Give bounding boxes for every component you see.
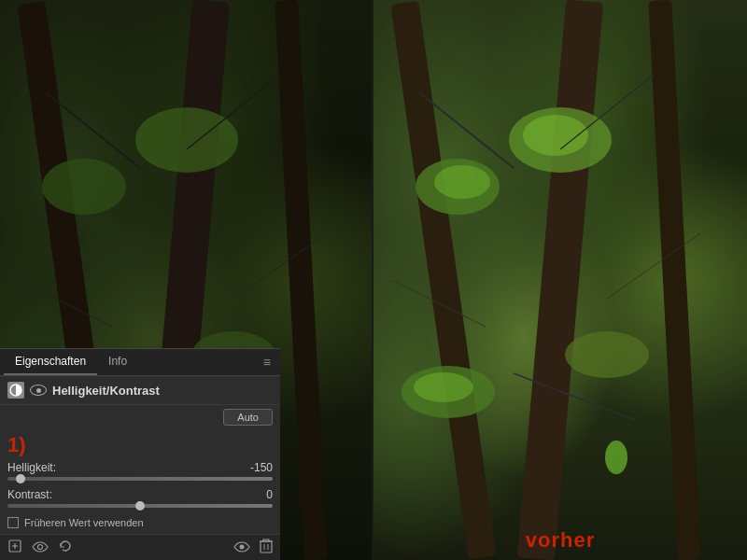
svg-point-18 — [240, 544, 245, 549]
tab-eigenschaften[interactable]: Eigenschaften — [4, 349, 97, 375]
tab-info[interactable]: Info — [97, 349, 138, 375]
earlier-value-checkbox[interactable] — [7, 517, 19, 528]
adjustment-layer-icon — [7, 382, 24, 399]
svg-point-17 — [38, 544, 43, 549]
adjustment-title: Helligkeit/Kontrast — [52, 384, 160, 398]
checkbox-label: Früheren Wert verwenden — [24, 517, 144, 528]
properties-panel: Eigenschaften Info ≡ Helligkeit/Kontrast… — [0, 348, 280, 560]
contrast-thumb[interactable] — [135, 501, 145, 511]
brightness-label: Helligkeit: — [7, 461, 56, 474]
panel-divider — [372, 0, 374, 560]
svg-rect-25 — [648, 0, 700, 560]
brightness-track[interactable] — [7, 477, 273, 481]
preview-icon[interactable] — [233, 540, 250, 555]
right-panel: vorher — [374, 0, 747, 560]
properties-tabs: Eigenschaften Info ≡ — [0, 349, 280, 376]
toolbar-icons-left — [7, 539, 73, 556]
delete-icon[interactable] — [260, 539, 273, 556]
auto-button-row: Auto — [0, 405, 280, 429]
contrast-row: Kontrast: 0 — [0, 486, 280, 513]
brightness-value: -150 — [250, 461, 273, 474]
reset-icon[interactable] — [58, 539, 73, 556]
svg-point-3 — [42, 159, 126, 215]
vorher-label: vorher — [526, 528, 595, 553]
brightness-row: Helligkeit: -150 — [0, 459, 280, 486]
svg-rect-2 — [275, 0, 327, 560]
svg-point-32 — [414, 372, 473, 402]
svg-rect-19 — [261, 541, 272, 553]
number-label: 1) — [0, 429, 280, 459]
add-layer-icon[interactable] — [7, 539, 22, 556]
main-container: Eigenschaften Info ≡ Helligkeit/Kontrast… — [0, 0, 747, 560]
bottom-toolbar — [0, 534, 280, 560]
left-panel: Eigenschaften Info ≡ Helligkeit/Kontrast… — [0, 0, 374, 560]
contrast-value: 0 — [266, 488, 273, 501]
auto-button[interactable]: Auto — [223, 409, 273, 426]
panel-menu-icon[interactable]: ≡ — [258, 351, 276, 373]
svg-point-29 — [565, 331, 649, 378]
svg-rect-23 — [390, 1, 496, 559]
visibility-icon[interactable] — [30, 385, 47, 396]
contrast-label: Kontrast: — [7, 488, 52, 501]
svg-rect-24 — [517, 0, 603, 560]
svg-point-38 — [605, 441, 627, 474]
toolbar-icons-right — [233, 539, 273, 556]
right-forest-svg — [374, 0, 747, 560]
layer-visibility-icon[interactable] — [32, 540, 49, 555]
svg-point-4 — [135, 107, 238, 173]
checkbox-row: Früheren Wert verwenden — [0, 513, 280, 534]
svg-point-30 — [434, 165, 490, 199]
brightness-thumb[interactable] — [16, 474, 25, 483]
properties-header: Helligkeit/Kontrast — [0, 376, 280, 405]
contrast-track[interactable] — [7, 504, 273, 508]
